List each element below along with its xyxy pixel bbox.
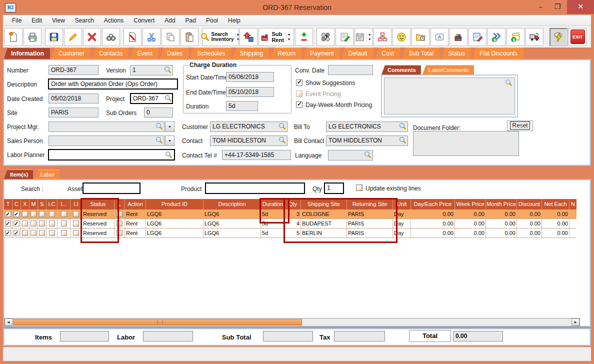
project-mgr-dropdown-button[interactable]: ▼ <box>165 122 174 132</box>
cell-checkbox[interactable] <box>70 210 82 218</box>
tab-information[interactable]: Information <box>4 48 50 59</box>
menu-pad[interactable]: Pad <box>180 16 201 26</box>
cell-checkbox[interactable] <box>30 228 38 238</box>
cell-checkbox[interactable] <box>30 210 38 218</box>
menu-search[interactable]: Search <box>70 16 99 26</box>
col-day-each-price[interactable]: Day/Each Price <box>411 199 455 210</box>
copy-button[interactable] <box>162 28 180 46</box>
col-action[interactable]: Action <box>125 199 146 210</box>
new-order-button[interactable] <box>4 28 22 46</box>
menu-actions[interactable]: Actions <box>99 16 128 26</box>
maximize-button[interactable]: ❒ <box>550 0 565 14</box>
cell-checkbox[interactable] <box>12 210 21 218</box>
search-icon[interactable] <box>164 66 172 74</box>
notes-button[interactable] <box>336 28 354 46</box>
col-t[interactable]: T <box>4 199 12 210</box>
customer-field[interactable]: LG ELECTRONICS <box>210 122 288 132</box>
start-date-field[interactable]: 05/06/2018 <box>226 72 274 82</box>
cell-checkbox[interactable] <box>58 210 70 218</box>
cell-checkbox[interactable] <box>12 219 21 228</box>
product-input[interactable] <box>205 182 305 194</box>
cell-checkbox[interactable] <box>114 228 125 238</box>
tab-return[interactable]: Return <box>270 48 302 59</box>
col-status[interactable]: Status <box>82 199 114 210</box>
tab-schedules[interactable]: Schedules <box>190 48 231 59</box>
sub-rent-button[interactable]: Sub Rent ▼▼ <box>258 28 294 46</box>
history-folder-button[interactable] <box>412 28 430 46</box>
dwm-pricing-checkbox[interactable] <box>296 102 302 108</box>
col-shipping-site[interactable]: Shipping Site <box>301 199 347 210</box>
tab-payment[interactable]: Payment <box>303 48 340 59</box>
col-ii[interactable]: I.I <box>70 199 82 210</box>
reset-button[interactable]: Reset <box>510 122 530 130</box>
col-c[interactable]: C <box>12 199 21 210</box>
col-unit[interactable]: Unit <box>393 199 411 210</box>
search-icon[interactable] <box>155 122 164 130</box>
tab-labor-comments[interactable]: LaborComments <box>422 65 474 74</box>
col-qty[interactable]: Qty <box>285 199 301 210</box>
col-s[interactable]: S <box>38 199 46 210</box>
cell-checkbox[interactable] <box>38 228 46 238</box>
tab-status[interactable]: Status <box>441 48 471 59</box>
col-product-id[interactable]: Product ID <box>146 199 204 210</box>
conv-date-field[interactable] <box>328 65 373 75</box>
export-document-button[interactable] <box>124 28 142 46</box>
title-bar[interactable]: R2 ORD-367 Reservation – ❒ ✕ <box>0 0 594 15</box>
sales-person-field[interactable] <box>48 136 164 146</box>
col-ic[interactable]: I.C <box>46 199 58 210</box>
org-chart-button[interactable] <box>374 28 392 46</box>
tab-contacts[interactable]: Contacts <box>92 48 128 59</box>
qty-input[interactable]: 1 <box>324 182 344 194</box>
col-discount[interactable]: Discount <box>517 199 542 210</box>
col-idots[interactable]: I... <box>58 199 70 210</box>
add-remove-line-button[interactable] <box>295 28 313 46</box>
menu-view[interactable]: View <box>47 16 70 26</box>
customer-smiley-button[interactable] <box>392 28 410 46</box>
cell-checkbox[interactable] <box>38 210 46 218</box>
scrollbar-thumb[interactable] <box>13 319 302 326</box>
update-existing-lines-checkbox[interactable] <box>356 184 362 191</box>
bill-contact-field[interactable]: TOM HIDDLESTON <box>326 136 408 146</box>
col-duration[interactable]: Duration <box>261 199 285 210</box>
cell-checkbox[interactable] <box>4 219 12 228</box>
search-icon[interactable] <box>155 136 164 144</box>
number-field[interactable]: ORD-367 <box>48 65 98 75</box>
cell-checkbox[interactable] <box>38 219 46 228</box>
search-icon[interactable] <box>398 122 407 130</box>
scroll-left-button[interactable]: ◄ <box>4 318 12 326</box>
table-row[interactable]: Reserved Rent LGQ6 LGQ6 5d 4 BUDAPEST PA… <box>4 219 576 228</box>
table-row[interactable]: Reserved Rent LGQ6 LGQ6 5d 3 COLOGNE PAR… <box>4 210 576 219</box>
col-l[interactable]: L <box>114 199 125 210</box>
cell-checkbox[interactable] <box>114 210 125 218</box>
paste-button[interactable] <box>180 28 198 46</box>
search-icon[interactable] <box>364 150 372 159</box>
inventory-blocks-button[interactable] <box>450 28 468 46</box>
asset-input[interactable] <box>82 182 140 194</box>
currency-transfer-button[interactable]: $ <box>488 28 506 46</box>
menu-pool[interactable]: Pool <box>201 16 223 26</box>
delete-button[interactable] <box>83 28 101 46</box>
cell-checkbox[interactable] <box>4 210 12 218</box>
cell-checkbox[interactable] <box>21 228 30 238</box>
col-returning-site[interactable]: Returning Site <box>347 199 393 210</box>
cell-checkbox[interactable] <box>114 219 125 228</box>
col-month-price[interactable]: Month Price <box>486 199 517 210</box>
cell-checkbox[interactable] <box>58 219 70 228</box>
cut-button[interactable] <box>142 28 160 46</box>
search-icon[interactable] <box>164 150 173 159</box>
cell-checkbox[interactable] <box>30 219 38 228</box>
col-net-each[interactable]: Net Each <box>542 199 570 210</box>
contact-field[interactable]: TOM HIDDLESTON <box>210 136 288 146</box>
cell-checkbox[interactable] <box>12 228 21 238</box>
cell-checkbox[interactable] <box>46 210 58 218</box>
tab-dates[interactable]: Dates <box>160 48 188 59</box>
cell-checkbox[interactable] <box>21 219 30 228</box>
labor-planner-field[interactable] <box>48 149 175 160</box>
minimize-button[interactable]: – <box>533 0 548 14</box>
find-button[interactable] <box>102 28 120 46</box>
edit-document-button[interactable] <box>468 28 486 46</box>
tab-comments[interactable]: Comments <box>382 65 421 74</box>
cell-checkbox[interactable] <box>70 219 82 228</box>
dropdown-arrow-icon[interactable]: ▼▼ <box>286 32 292 42</box>
tab-event[interactable]: Event <box>130 48 158 59</box>
